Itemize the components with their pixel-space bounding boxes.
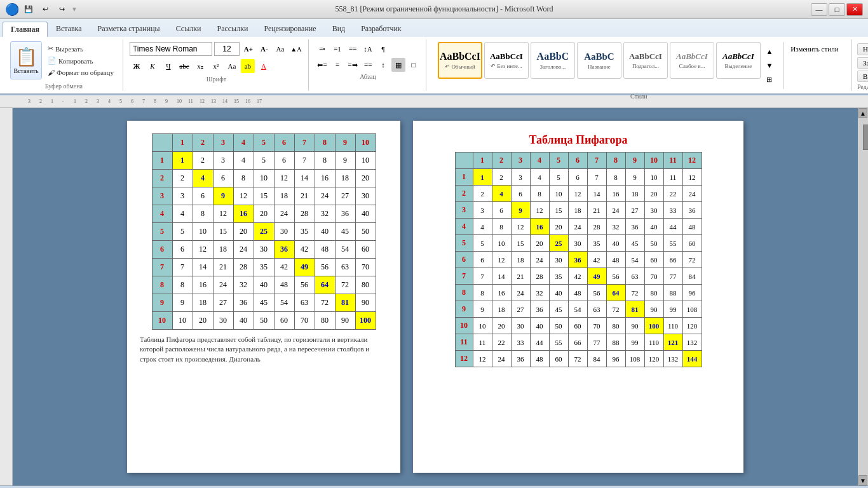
- save-btn[interactable]: 💾: [22, 3, 36, 17]
- scroll-thumb[interactable]: [863, 125, 868, 150]
- align-center-btn[interactable]: ≡: [330, 58, 344, 72]
- change-styles-btn[interactable]: Изменить стили: [789, 42, 840, 56]
- clipboard-label: Буфер обмена: [10, 81, 118, 91]
- vertical-scrollbar[interactable]: ▲ ▼: [858, 108, 868, 485]
- style-emphasis[interactable]: AaBbCcI Выделение: [716, 42, 761, 79]
- styles-expand[interactable]: ⊞: [763, 72, 776, 86]
- tab-page-layout[interactable]: Разметка страницы: [90, 22, 168, 37]
- font-name-input[interactable]: [130, 42, 212, 56]
- style-no-spacing[interactable]: AaBbCcI ↶ Без инте...: [484, 42, 529, 79]
- select-btn[interactable]: Выделить: [857, 71, 868, 82]
- tab-developer[interactable]: Разработчик: [353, 22, 409, 37]
- table-caption: Таблица Пифагора представляет собой табл…: [140, 335, 388, 364]
- style-normal[interactable]: AaBbCcI ↶ Обычный: [438, 42, 482, 79]
- paste-icon: 📋: [15, 46, 37, 67]
- styles-scroll-down[interactable]: ▼: [763, 58, 776, 72]
- undo-btn[interactable]: ↩: [38, 3, 52, 17]
- styles-group: AaBbCcI ↶ Обычный AaBbCcI ↶ Без инте... …: [428, 39, 850, 91]
- style-weak[interactable]: AaBbCcI Слабое в...: [670, 42, 714, 79]
- bullets-btn[interactable]: ≡•: [315, 42, 329, 56]
- right-table-title: Таблица Пифагора: [426, 133, 731, 147]
- paste-button[interactable]: 📋 Вставить: [10, 41, 42, 79]
- editing-group: Найти 🔍 Заменить Выделить Редактирование: [851, 39, 868, 91]
- clipboard-small-buttons: ✂ Вырезать 📄 Копировать 🖌 Формат по обра…: [44, 43, 118, 78]
- ruler-marks: 3 2 1 · 1 2 3 4 5 6 7 8 9 10 11 12 13 14…: [28, 98, 268, 104]
- ribbon-content: 📋 Вставить ✂ Вырезать 📄 Копировать 🖌 Фор…: [0, 37, 868, 94]
- window-controls: — □ ✕: [811, 3, 863, 16]
- shading-btn[interactable]: ▦: [391, 58, 405, 72]
- font-group-label: Шрифт: [130, 74, 303, 84]
- format-button[interactable]: 🖌 Формат по образцу: [44, 67, 118, 78]
- border-btn[interactable]: □: [407, 58, 421, 72]
- cut-button[interactable]: ✂ Вырезать: [44, 43, 118, 54]
- find-btn[interactable]: Найти 🔍: [857, 43, 868, 55]
- styles-content: AaBbCcI ↶ Обычный AaBbCcI ↶ Без инте... …: [433, 39, 845, 92]
- tab-insert[interactable]: Вставка: [48, 22, 90, 37]
- justify-btn[interactable]: ≡≡: [361, 58, 375, 72]
- close-btn[interactable]: ✕: [846, 3, 863, 16]
- bold-btn[interactable]: Ж: [130, 59, 144, 73]
- minimize-btn[interactable]: —: [811, 3, 827, 16]
- word-icon: 🔵: [5, 3, 19, 17]
- ribbon-tab-bar: Главная Вставка Разметка страницы Ссылки…: [0, 19, 868, 37]
- sort-btn[interactable]: ↕A: [361, 42, 375, 56]
- status-bar: Страница: 1 из 2 Число слов: 404 🇷🇺 Русс…: [0, 485, 868, 488]
- tab-home[interactable]: Главная: [3, 22, 48, 37]
- font-color-btn[interactable]: А: [257, 59, 271, 73]
- clear-format-btn[interactable]: Aa: [273, 42, 287, 56]
- align-left-btn[interactable]: ⬅≡: [315, 58, 329, 72]
- style-subtitle[interactable]: AaBbCcI Подзагол...: [623, 42, 668, 79]
- left-table-container: 1234567891011234567891022468101214161820…: [140, 133, 388, 330]
- numbering-btn[interactable]: ≡1: [330, 42, 344, 56]
- tab-review[interactable]: Рецензирование: [256, 22, 323, 37]
- font-group: A+ A- Aa ▲A Ж К Ч аbc x₂ x² Аа ab А Шриф: [125, 39, 309, 91]
- align-right-btn[interactable]: ≡➡: [346, 58, 360, 72]
- styles-scroll-up[interactable]: ▲: [763, 44, 776, 58]
- strikethrough-btn[interactable]: аbc: [177, 59, 191, 73]
- font-row-2: Ж К Ч аbc x₂ x² Аа ab А: [130, 59, 303, 73]
- vertical-ruler: [0, 108, 13, 485]
- copy-button[interactable]: 📄 Копировать: [44, 55, 118, 66]
- italic-btn[interactable]: К: [146, 59, 159, 73]
- text-color-btn[interactable]: Аа: [225, 59, 239, 73]
- clipboard-content: 📋 Вставить ✂ Вырезать 📄 Копировать 🖌 Фор…: [10, 39, 118, 81]
- maximize-btn[interactable]: □: [829, 3, 845, 16]
- copy-icon: 📄: [48, 57, 57, 65]
- underline-btn[interactable]: Ч: [161, 59, 175, 73]
- right-table-container: 1234567891011121123456789101112224681012…: [426, 152, 731, 367]
- tab-view[interactable]: Вид: [325, 22, 353, 37]
- font-row-1: A+ A- Aa ▲A: [130, 42, 303, 56]
- style-heading1[interactable]: AaBbC Заголово...: [531, 42, 575, 79]
- line-spacing-btn[interactable]: ↕: [376, 58, 390, 72]
- page-right: Таблица Пифагора 12345678910111211234567…: [413, 121, 743, 473]
- format-aa-btn[interactable]: ▲A: [289, 42, 303, 56]
- page-left: 1234567891011234567891022468101214161820…: [127, 121, 400, 473]
- editing-label: Редактирование: [857, 82, 868, 92]
- font-size-input[interactable]: [214, 42, 240, 56]
- paragraph-label: Абзац: [315, 72, 421, 81]
- multilevel-btn[interactable]: ≡≡: [346, 42, 360, 56]
- scissors-icon: ✂: [48, 44, 53, 53]
- highlight-btn[interactable]: ab: [241, 59, 255, 73]
- paragraph-group: ≡• ≡1 ≡≡ ↕A ¶ ⬅≡ ≡ ≡➡ ≡≡ ↕ ▦ □ Абзац: [310, 39, 426, 91]
- style-title[interactable]: AaBbC Название: [577, 42, 621, 79]
- grow-font-btn[interactable]: A+: [241, 42, 255, 56]
- redo-btn[interactable]: ↪: [55, 3, 69, 17]
- document-area: 1234567891011234567891022468101214161820…: [0, 108, 868, 485]
- clipboard-group: 📋 Вставить ✂ Вырезать 📄 Копировать 🖌 Фор…: [5, 39, 123, 91]
- shrink-font-btn[interactable]: A-: [257, 42, 271, 56]
- ribbon: Главная Вставка Разметка страницы Ссылки…: [0, 19, 868, 95]
- tab-references[interactable]: Ссылки: [168, 22, 209, 37]
- styles-label: Стили: [433, 92, 845, 101]
- scroll-up-btn[interactable]: ▲: [858, 108, 867, 118]
- replace-btn[interactable]: Заменить: [857, 57, 868, 69]
- pilcrow-btn[interactable]: ¶: [376, 42, 390, 56]
- title-bar: 🔵 💾 ↩ ↪ ▼ 558_81 [Режим ограниченной фун…: [0, 0, 868, 19]
- superscript-btn[interactable]: x²: [209, 59, 223, 73]
- left-pythagorean-table: 1234567891011234567891022468101214161820…: [152, 133, 376, 330]
- tab-mailings[interactable]: Рассылки: [209, 22, 255, 37]
- pages-container[interactable]: 1234567891011234567891022468101214161820…: [13, 108, 858, 485]
- scroll-down-btn[interactable]: ▼: [858, 475, 867, 485]
- format-icon: 🖌: [48, 69, 55, 76]
- subscript-btn[interactable]: x₂: [193, 59, 207, 73]
